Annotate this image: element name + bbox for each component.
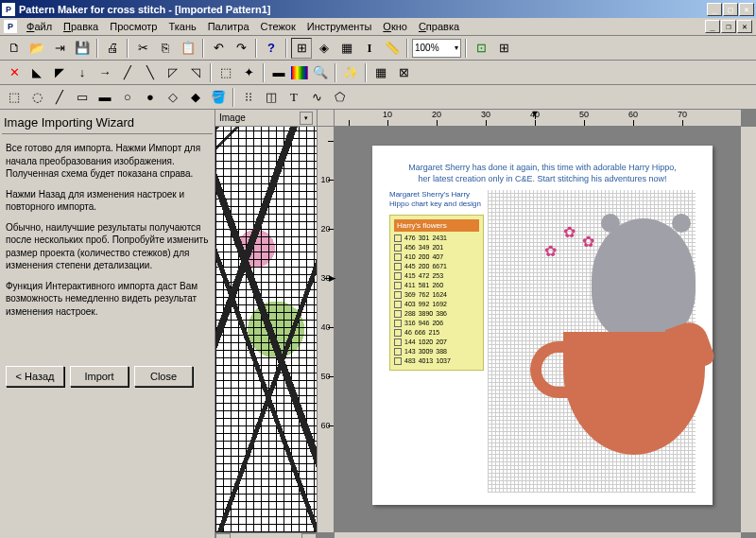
cut-icon[interactable]: ✂ bbox=[132, 38, 153, 59]
paste-icon[interactable]: 📋 bbox=[178, 38, 198, 59]
mode-text-icon[interactable]: I bbox=[359, 38, 380, 59]
backstitch-side-icon[interactable]: → bbox=[94, 62, 115, 83]
menu-view[interactable]: Просмотр bbox=[104, 21, 163, 32]
fit-page-icon[interactable]: ⊞ bbox=[493, 38, 514, 59]
ruler-vertical: 10 20 30▶ 40 50 60 bbox=[318, 127, 335, 532]
diag2-icon[interactable]: ╲ bbox=[140, 62, 161, 83]
close-button[interactable]: ✕ bbox=[739, 3, 754, 16]
doc-icon: P bbox=[4, 20, 17, 33]
key-row: 2883890386 bbox=[394, 309, 479, 319]
print-icon[interactable]: 🖨 bbox=[102, 38, 123, 59]
menu-file[interactable]: ФФайлайл bbox=[21, 21, 58, 32]
menu-palette[interactable]: Палитра bbox=[202, 21, 255, 32]
curve-icon[interactable]: ∿ bbox=[306, 87, 327, 108]
doc-restore-button[interactable]: ❐ bbox=[721, 20, 736, 33]
wizard-text: Все готово для импорта. Нажми Импорт для… bbox=[2, 134, 213, 333]
ruler-horizontal: 10 20 30 ▼40 50 60 70 bbox=[335, 110, 741, 127]
fit-icon[interactable]: ⊡ bbox=[471, 38, 491, 59]
scrollbar-vertical[interactable] bbox=[741, 127, 756, 532]
mode-stitches-icon[interactable]: ⊞ bbox=[291, 38, 312, 59]
corner2-icon[interactable]: ◹ bbox=[185, 62, 206, 83]
corner-icon[interactable]: ◸ bbox=[163, 62, 183, 83]
key-row: 411581260 bbox=[394, 281, 479, 290]
ellipse-fill-icon[interactable]: ● bbox=[140, 87, 161, 108]
poly-icon[interactable]: ◇ bbox=[163, 87, 183, 108]
doc-close-button[interactable]: ✕ bbox=[737, 20, 752, 33]
key-row: 48340131037 bbox=[394, 356, 479, 366]
key-row: 4452006671 bbox=[394, 262, 479, 271]
ellipse-icon[interactable]: ○ bbox=[117, 87, 138, 108]
key-row: 456349201 bbox=[394, 243, 479, 252]
wizard-p4: Функция Интерактивного импорта даст Вам … bbox=[6, 280, 209, 319]
import-button[interactable]: Import bbox=[70, 366, 129, 387]
select-free-icon[interactable]: ✦ bbox=[238, 62, 259, 83]
highlight-icon[interactable] bbox=[291, 66, 308, 79]
import-icon[interactable]: ⇥ bbox=[49, 38, 70, 59]
grid-icon[interactable]: ▦ bbox=[370, 62, 391, 83]
page-header: Margaret Sherry has done it again, this … bbox=[389, 163, 696, 184]
maximize-button[interactable]: ▢ bbox=[723, 3, 738, 16]
menu-stitch[interactable]: Стежок bbox=[255, 21, 301, 32]
color-key: Harry's flowers 476301243145634920141020… bbox=[389, 215, 484, 371]
wizard-p3: Обычно, наилучшие результаты получаются … bbox=[6, 221, 209, 272]
scrollbar-horizontal[interactable] bbox=[335, 532, 741, 538]
key-row: 4763012431 bbox=[394, 234, 479, 243]
wizard-p1: Все готово для импорта. Нажми Импорт для… bbox=[6, 142, 209, 181]
redo-icon[interactable]: ↷ bbox=[231, 38, 251, 59]
dropdown-icon[interactable]: ▾ bbox=[300, 112, 313, 125]
copy-icon[interactable]: ⎘ bbox=[155, 38, 176, 59]
key-row: 415472253 bbox=[394, 271, 479, 281]
poly-fill-icon[interactable]: ◆ bbox=[185, 87, 206, 108]
wizard-p2: Нажми Назад для изменения настроек и пов… bbox=[6, 188, 209, 214]
select-icon[interactable]: ⬚ bbox=[215, 62, 236, 83]
main-canvas[interactable]: Margaret Sherry has done it again, this … bbox=[335, 127, 741, 532]
full-stitch-icon[interactable]: ✕ bbox=[4, 62, 25, 83]
text-icon[interactable]: T bbox=[284, 87, 304, 108]
eraser-icon[interactable]: ◫ bbox=[261, 87, 282, 108]
key-title: Harry's flowers bbox=[394, 219, 479, 232]
menu-window[interactable]: Окно bbox=[377, 21, 413, 32]
spray-icon[interactable]: ⁝⁝ bbox=[238, 87, 259, 108]
key-row: 4039921692 bbox=[394, 300, 479, 309]
palette-icon[interactable]: ▬ bbox=[268, 62, 289, 83]
shape-icon[interactable]: ⬠ bbox=[329, 87, 350, 108]
save-icon[interactable]: 💾 bbox=[72, 38, 93, 59]
wizard-title: Image Importing Wizard bbox=[2, 112, 213, 134]
undo-icon[interactable]: ↶ bbox=[208, 38, 229, 59]
zoom-combo[interactable]: 100% bbox=[412, 39, 461, 58]
preview-scrollbar-h[interactable] bbox=[215, 532, 317, 538]
rect-fill-icon[interactable]: ▬ bbox=[94, 87, 115, 108]
wizard-buttons: < Назад Import Close bbox=[2, 358, 213, 394]
marquee-icon[interactable]: ⬚ bbox=[4, 87, 25, 108]
menu-help[interactable]: Справка bbox=[413, 21, 465, 32]
lens-icon[interactable]: 🔍 bbox=[310, 62, 331, 83]
preview-canvas[interactable] bbox=[215, 127, 317, 532]
back-button[interactable]: < Назад bbox=[6, 366, 64, 387]
ruler-corner bbox=[318, 110, 335, 127]
window-title: Pattern Maker for cross stitch - [Import… bbox=[19, 4, 707, 15]
mode-grid-icon[interactable]: ▦ bbox=[336, 38, 357, 59]
menu-fabric[interactable]: Ткань bbox=[163, 21, 201, 32]
new-icon[interactable]: 🗋 bbox=[4, 38, 25, 59]
menu-edit[interactable]: Правка bbox=[58, 21, 104, 32]
wand-icon[interactable]: ✨ bbox=[340, 62, 361, 83]
half-stitch-icon[interactable]: ◣ bbox=[26, 62, 47, 83]
line-icon[interactable]: ╱ bbox=[49, 87, 70, 108]
help-icon[interactable]: ? bbox=[261, 38, 282, 59]
preview-tab[interactable]: Image ▾ bbox=[215, 110, 317, 127]
open-icon[interactable]: 📂 bbox=[26, 38, 47, 59]
rect-icon[interactable]: ▭ bbox=[72, 87, 93, 108]
mode-symbols-icon[interactable]: ◈ bbox=[314, 38, 335, 59]
doc-minimize-button[interactable]: _ bbox=[705, 20, 720, 33]
backstitch-down-icon[interactable]: ↓ bbox=[72, 62, 93, 83]
diag-icon[interactable]: ╱ bbox=[117, 62, 138, 83]
wizard-panel: Image Importing Wizard Все готово для им… bbox=[0, 110, 215, 538]
menu-tools[interactable]: Инструменты bbox=[301, 21, 378, 32]
fill-icon[interactable]: 🪣 bbox=[208, 87, 229, 108]
close-button-wizard[interactable]: Close bbox=[134, 366, 193, 387]
ruler-icon[interactable]: 📏 bbox=[382, 38, 403, 59]
minimize-button[interactable]: _ bbox=[707, 3, 722, 16]
lasso-icon[interactable]: ◌ bbox=[26, 87, 47, 108]
quarter-stitch-icon[interactable]: ◤ bbox=[49, 62, 70, 83]
invalid-icon[interactable]: ⊠ bbox=[393, 62, 414, 83]
